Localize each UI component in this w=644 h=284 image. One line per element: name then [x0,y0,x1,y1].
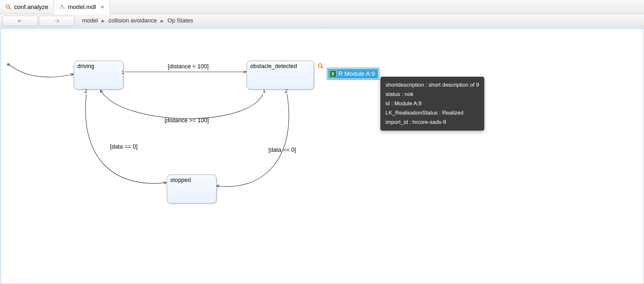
requirement-annotation[interactable]: X R Module A:9 [327,68,379,80]
tooltip-line: status : nok [386,90,479,99]
transition-guard: [distance >= 100] [165,117,209,124]
svg-line-1 [9,8,11,9]
svg-line-6 [62,6,64,8]
transition-guard: [distance < 100] [168,63,209,70]
tooltip-line: import_id : hrcore-sads-9 [386,118,479,127]
tooltip-line: LK_RealisationStatus : Realized [386,108,479,118]
tab-label: model.mdl [68,4,96,11]
annotation-tooltip: shortdescription : short description of … [380,77,484,131]
state-obstacle-detected[interactable]: obstacle_detected [247,61,314,90]
breadcrumb-separator-icon: ▸ [102,17,105,24]
svg-point-7 [7,63,10,66]
state-stopped[interactable]: stopped [167,175,216,203]
arrow-left-icon [17,18,23,23]
tab-label: conf.analyze [14,4,48,11]
port-number: 2 [285,88,288,94]
nav-back-button[interactable] [3,16,38,26]
close-icon[interactable]: ✕ [100,4,105,10]
port-number: 1 [122,70,124,75]
svg-line-5 [61,6,62,8]
state-driving[interactable]: driving [74,61,123,90]
state-label: obstacle_detected [250,63,297,69]
state-label: driving [77,63,94,69]
state-label: stopped [170,177,191,183]
breadcrumb: model ▸ collision avoidance ▸ Op States [82,17,193,24]
tab-conf-analyze[interactable]: conf.analyze [0,0,54,14]
nav-forward-button[interactable] [39,16,74,26]
breadcrumb-item-collision[interactable]: collision avoidance [108,17,157,24]
tooltip-line: id : Module A:9 [386,99,479,108]
tab-model-mdl[interactable]: model.mdl ✕ [54,0,110,14]
tab-bar: conf.analyze model.mdl ✕ [0,0,644,14]
annotation-label: R Module A:9 [338,70,375,77]
breadcrumb-separator-icon: ▸ [161,17,164,24]
breadcrumb-item-opstates[interactable]: Op States [167,17,193,24]
transition-guard: [data == 0] [268,147,296,153]
search-marker-icon [317,63,324,70]
model-icon [59,4,65,10]
excel-icon: X [329,70,336,77]
svg-point-2 [61,5,63,6]
diagram-canvas[interactable]: driving obstacle_detected stopped [dista… [1,28,644,284]
transition-guard: [data == 0] [110,143,138,150]
arrow-right-icon [54,18,60,23]
svg-line-9 [322,67,323,69]
breadcrumb-item-model[interactable]: model [82,17,98,24]
port-number: 1 [263,88,266,94]
tooltip-line: shortdescription : short description of … [386,81,479,90]
nav-bar: model ▸ collision avoidance ▸ Op States [0,14,644,28]
search-icon [5,4,12,10]
port-number: 2 [84,88,87,94]
